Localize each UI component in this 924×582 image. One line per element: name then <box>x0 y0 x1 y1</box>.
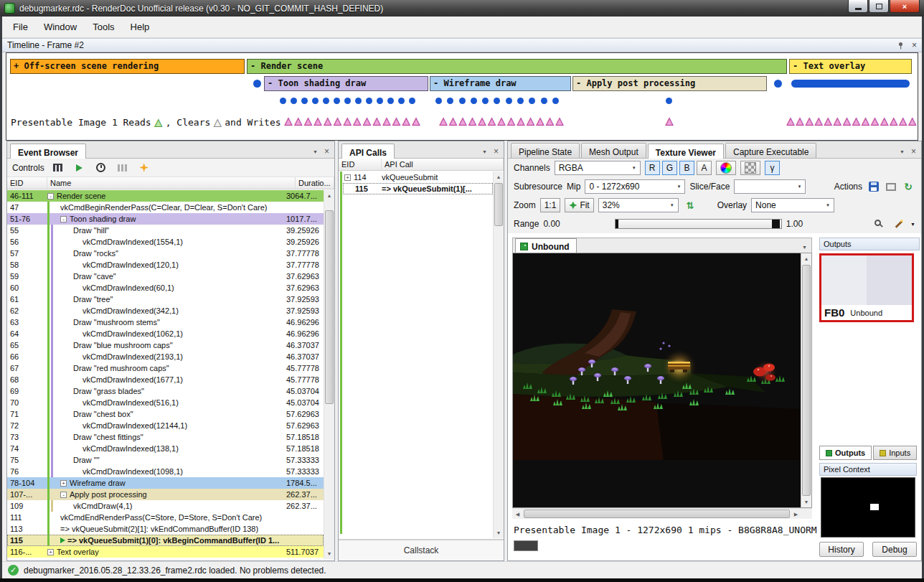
title-bar[interactable]: debugmarker.rdc - RenderDoc Unofficial r… <box>0 0 924 17</box>
draw-event-dot[interactable] <box>366 98 372 104</box>
write-marker-icon[interactable]: ▲ <box>527 116 534 126</box>
filter-button[interactable] <box>51 161 65 175</box>
write-marker-icon[interactable]: ▲ <box>440 116 447 126</box>
scroll-up-icon[interactable]: ▲ <box>801 253 811 264</box>
write-marker-icon[interactable]: ▲ <box>373 116 380 126</box>
write-marker-icon[interactable]: ▲ <box>508 116 515 126</box>
channel-b-button[interactable]: B <box>679 161 694 175</box>
zoom-dropdown[interactable]: 32%▼ <box>598 198 679 212</box>
write-marker-icon[interactable]: ▲ <box>787 116 794 126</box>
write-marker-icon[interactable]: ▲ <box>900 116 907 126</box>
draw-event-dot[interactable] <box>482 98 489 104</box>
write-marker-icon[interactable]: ▲ <box>489 116 496 126</box>
scroll-down-icon[interactable]: ▼ <box>494 527 504 538</box>
api-call-row[interactable]: 115=> vkQueueSubmit(1)[... <box>343 183 493 194</box>
write-marker-icon[interactable]: ▲ <box>383 116 390 126</box>
callstack-section[interactable]: Callstack <box>339 539 504 560</box>
write-marker-icon[interactable]: ▲ <box>334 116 341 126</box>
write-marker-icon[interactable]: ▲ <box>285 116 292 126</box>
draw-event-dot[interactable] <box>291 98 297 104</box>
write-marker-icon[interactable]: ▲ <box>834 116 841 126</box>
slice-face-dropdown[interactable]: ▼ <box>734 179 806 194</box>
scroll-up-icon[interactable]: ▲ <box>494 172 504 182</box>
write-marker-icon[interactable]: ▲ <box>815 116 822 126</box>
clear-marker-icon[interactable]: ▲ <box>214 118 221 127</box>
event-browser-scrollbar[interactable]: ▲ ▼ <box>324 190 334 559</box>
tab-pipeline-state[interactable]: Pipeline State <box>511 143 580 158</box>
column-header-eid[interactable]: EID <box>7 177 47 189</box>
draw-event-dot[interactable] <box>447 98 453 104</box>
event-row[interactable]: 68vkCmdDrawIndexed(1677,1)45.77778 <box>7 374 324 385</box>
api-calls-scrollbar[interactable]: ▲ ▼ <box>493 172 504 538</box>
event-row[interactable]: 116-...+Text overlay511.7037 <box>7 546 324 558</box>
event-row[interactable]: 74vkCmdDrawIndexed(138,1)57.18518 <box>7 443 324 454</box>
draw-event-dot[interactable] <box>301 98 308 104</box>
draw-event-dot[interactable] <box>398 98 405 104</box>
scroll-left-icon[interactable]: ◀ <box>512 509 523 520</box>
range-slider[interactable] <box>615 219 782 229</box>
tab-unbound[interactable]: Unbound <box>515 238 577 253</box>
timeline-marker-bar[interactable]: - Render scene <box>247 59 787 74</box>
timeline-marker-bar[interactable]: - Wireframe draw <box>430 76 571 91</box>
draw-event-dot[interactable] <box>494 98 500 104</box>
event-row[interactable]: 47vkCmdBeginRenderPass(C=Clear, D=Clear,… <box>7 202 324 213</box>
fb0-thumbnail[interactable]: FB0 Unbound <box>819 253 914 322</box>
event-row[interactable]: 60vkCmdDrawIndexed(60,1)37.62963 <box>7 282 324 294</box>
event-row[interactable]: 111vkCmdEndRenderPass(C=Store, D=Store, … <box>7 512 324 523</box>
viewport-hscroll[interactable]: ◀ ▶ <box>512 508 812 519</box>
write-marker-icon[interactable]: ▲ <box>556 116 563 126</box>
zoom-1to1-button[interactable]: 1:1 <box>540 198 561 212</box>
write-marker-icon[interactable]: ▲ <box>537 116 544 126</box>
time-draws-button[interactable] <box>94 161 108 175</box>
draw-event-dot[interactable] <box>344 98 351 104</box>
write-marker-icon[interactable]: ▲ <box>796 116 803 126</box>
event-row[interactable]: 113=> vkQueueSubmit(2)[1]: vkEndCommandB… <box>7 523 324 535</box>
tab-texture-viewer[interactable]: Texture Viewer <box>648 144 724 159</box>
zoom-range-button[interactable] <box>872 217 886 231</box>
draw-event-dot[interactable] <box>552 98 559 104</box>
close-timeline-icon[interactable]: × <box>912 42 917 49</box>
range-white-point-handle[interactable] <box>772 220 780 228</box>
tab-inputs[interactable]: Inputs <box>873 446 917 460</box>
draw-event-dot[interactable] <box>387 98 394 104</box>
event-row[interactable]: 66vkCmdDrawIndexed(2193,1)46.37037 <box>7 351 324 362</box>
timeline-canvas[interactable]: Presentable Image 1 Reads ▲ , Clears ▲ a… <box>6 52 918 141</box>
event-row[interactable]: 64vkCmdDrawIndexed(1062,1)46.96296 <box>7 328 324 339</box>
scrollbar-thumb[interactable] <box>325 210 334 404</box>
draw-event-dot[interactable] <box>666 98 672 104</box>
tab-event-browser[interactable]: Event Browser <box>10 144 86 159</box>
write-marker-icon[interactable]: ▲ <box>304 116 311 126</box>
draw-event-dot[interactable] <box>517 98 524 104</box>
write-marker-icon[interactable]: ▲ <box>393 116 400 126</box>
refresh-button[interactable] <box>901 179 915 194</box>
draw-event-dot[interactable] <box>312 98 319 104</box>
pin-icon[interactable] <box>897 42 905 50</box>
write-marker-icon[interactable]: ▲ <box>517 116 524 126</box>
draw-event-dot[interactable] <box>435 98 442 104</box>
scroll-right-icon[interactable]: ▶ <box>791 509 801 520</box>
column-header-name[interactable]: Name <box>47 177 296 189</box>
write-marker-icon[interactable]: ▲ <box>547 116 554 126</box>
close-panel-icon[interactable]: × <box>494 148 499 155</box>
write-marker-icon[interactable]: ▲ <box>852 116 859 126</box>
write-marker-icon[interactable]: ▲ <box>412 116 420 126</box>
write-marker-icon[interactable]: ▲ <box>824 116 831 126</box>
event-row[interactable]: 72vkCmdDrawIndexed(12144,1)57.62963 <box>7 420 324 431</box>
scrollbar-thumb[interactable] <box>494 183 503 226</box>
event-row[interactable]: 63Draw "mushroom stems"46.96296 <box>7 316 324 328</box>
event-row[interactable]: 65Draw "blue mushroom caps"46.37037 <box>7 339 324 351</box>
overlay-dropdown[interactable]: None▼ <box>751 198 834 212</box>
event-row[interactable]: 62vkCmdDrawIndexed(342,1)37.92593 <box>7 305 324 316</box>
write-marker-icon[interactable]: ▲ <box>469 116 476 126</box>
draw-event-dot[interactable] <box>471 98 477 104</box>
history-button[interactable]: History <box>819 542 864 557</box>
close-panel-icon[interactable]: × <box>324 148 329 155</box>
draw-event-dot[interactable] <box>506 98 512 104</box>
write-marker-icon[interactable]: ▲ <box>478 116 486 126</box>
menu-help[interactable]: Help <box>123 18 158 36</box>
draw-event-dot[interactable] <box>529 98 535 104</box>
minimize-button[interactable] <box>848 0 868 13</box>
write-marker-icon[interactable]: ▲ <box>862 116 869 126</box>
event-row[interactable]: 46-111-Render scene3064.7... <box>7 190 324 202</box>
column-header-duration[interactable]: Duratio... <box>296 177 334 189</box>
